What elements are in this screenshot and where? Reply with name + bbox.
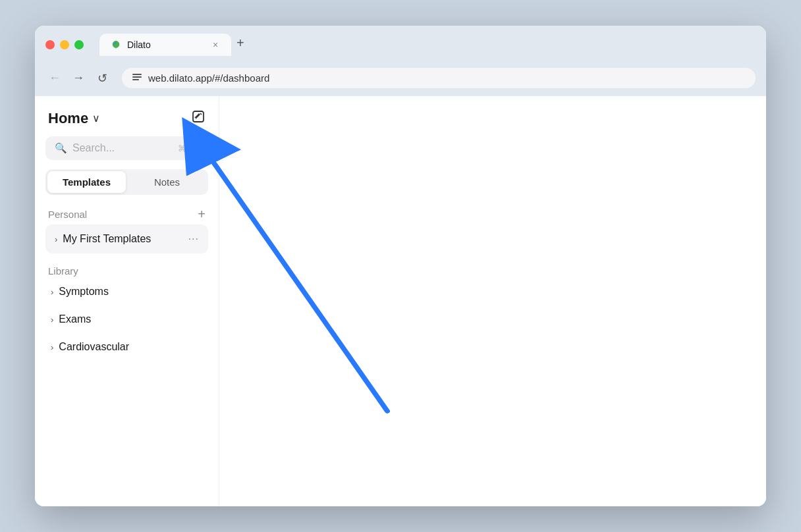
tab-title: Dilato [127, 40, 205, 50]
search-shortcut: ⌘⇧F [178, 144, 199, 153]
list-item-chevron-icon: › [55, 234, 57, 244]
tab-bar: Dilato × + [99, 34, 250, 56]
library-section-title: Library [48, 265, 78, 277]
list-item-more-button[interactable]: ··· [188, 233, 199, 245]
traffic-lights [45, 40, 84, 49]
title-bar-top: Dilato × + [45, 34, 756, 63]
search-bar[interactable]: 🔍 Search... ⌘⇧F [45, 136, 208, 160]
reload-button[interactable]: ↺ [93, 69, 111, 88]
dilato-tab-icon [110, 39, 122, 51]
exams-chevron-icon: › [51, 315, 53, 325]
sidebar-tab-buttons: Templates Notes [45, 169, 208, 195]
svg-rect-0 [132, 74, 142, 75]
title-bar: Dilato × + [35, 26, 766, 63]
notes-tab[interactable]: Notes [128, 171, 206, 193]
back-button[interactable]: ← [45, 69, 64, 88]
sidebar-title: Home [48, 110, 88, 127]
minimize-button[interactable] [60, 40, 69, 49]
exams-label: Exams [59, 313, 91, 325]
library-item-cardiovascular[interactable]: › Cardiovascular [45, 334, 208, 359]
sidebar: Home ∨ 🔍 Search... ⌘⇧F [35, 96, 219, 506]
browser-content: Home ∨ 🔍 Search... ⌘⇧F [35, 96, 766, 506]
search-placeholder-text: Search... [72, 142, 173, 154]
personal-section-header: Personal + [45, 204, 208, 225]
symptoms-chevron-icon: › [51, 287, 53, 297]
cardiovascular-label: Cardiovascular [59, 341, 129, 353]
address-bar-row: ← → ↺ [35, 63, 766, 96]
library-items: › Symptoms › Exams › Cardiovascular [45, 279, 208, 359]
sidebar-chevron-icon[interactable]: ∨ [92, 112, 100, 124]
search-icon: 🔍 [55, 142, 67, 154]
templates-tab[interactable]: Templates [47, 171, 126, 193]
list-item-label: My First Templates [63, 233, 151, 245]
library-section: Library › Symptoms › Exams › Cardiovascu… [45, 263, 208, 359]
symptoms-label: Symptoms [59, 286, 109, 298]
library-section-header: Library [45, 263, 208, 279]
personal-section: Personal + › My First Templates ··· [45, 204, 208, 253]
tab-close-button[interactable]: × [210, 40, 221, 50]
nav-buttons: ← → ↺ [45, 69, 111, 88]
address-input[interactable] [122, 68, 756, 88]
new-tab-button[interactable]: + [231, 36, 250, 56]
maximize-button[interactable] [74, 40, 84, 49]
address-bar-icon [131, 71, 143, 85]
close-button[interactable] [45, 40, 55, 49]
svg-rect-2 [132, 79, 139, 80]
list-item-left: › My First Templates [55, 233, 151, 245]
browser-tab[interactable]: Dilato × [99, 34, 231, 56]
address-wrapper [122, 68, 756, 88]
library-item-exams[interactable]: › Exams [45, 307, 208, 332]
sidebar-header: Home ∨ [45, 109, 208, 127]
sidebar-edit-button[interactable] [191, 109, 206, 127]
sidebar-title-wrapper: Home ∨ [48, 110, 100, 127]
forward-button[interactable]: → [69, 69, 88, 88]
my-first-templates-item[interactable]: › My First Templates ··· [45, 225, 208, 253]
library-item-symptoms[interactable]: › Symptoms [45, 279, 208, 304]
cardiovascular-chevron-icon: › [51, 342, 53, 352]
svg-rect-1 [132, 76, 142, 78]
personal-section-title: Personal [48, 209, 87, 220]
main-content [219, 96, 766, 506]
personal-add-button[interactable]: + [198, 207, 206, 222]
browser-window: Dilato × + ← → ↺ [35, 26, 766, 506]
